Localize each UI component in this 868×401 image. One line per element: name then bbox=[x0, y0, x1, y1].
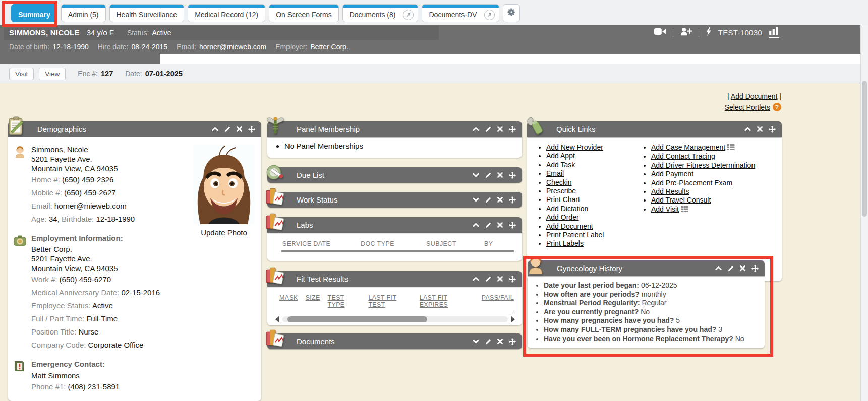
edit-icon[interactable] bbox=[224, 126, 231, 133]
tab-documents[interactable]: Documents (8) bbox=[342, 4, 419, 22]
edit-icon[interactable] bbox=[727, 265, 734, 272]
sort-column-header[interactable]: PASS/FAIL bbox=[482, 294, 514, 308]
collapse-icon[interactable] bbox=[472, 125, 480, 133]
add-payment-link[interactable]: Add Payment bbox=[651, 170, 693, 178]
gyn-item: Menstrual Period Regularity: Regular bbox=[544, 299, 763, 308]
close-icon[interactable] bbox=[497, 172, 503, 178]
add-contact-tracing-link[interactable]: Add Contact Tracing bbox=[651, 152, 715, 160]
close-icon[interactable] bbox=[497, 276, 503, 282]
close-icon[interactable] bbox=[757, 126, 763, 132]
patient-name-link[interactable]: Simmons, Nicole bbox=[31, 145, 88, 154]
move-icon[interactable] bbox=[768, 125, 776, 133]
tab-settings-button[interactable] bbox=[503, 4, 520, 22]
tab-medical-record[interactable]: Medical Record (12) bbox=[188, 4, 265, 22]
popout-icon[interactable] bbox=[403, 10, 414, 20]
column-header: SERVICE DATE bbox=[282, 240, 361, 247]
add-task-link[interactable]: Add Task bbox=[546, 161, 575, 169]
add-appt-link[interactable]: Add Appt bbox=[546, 152, 575, 160]
expand-icon[interactable] bbox=[472, 338, 480, 345]
add-visit-link[interactable]: Add Visit bbox=[651, 205, 679, 213]
close-icon[interactable] bbox=[497, 222, 503, 228]
scroll-right-arrow[interactable] bbox=[511, 316, 515, 323]
collapse-icon[interactable] bbox=[472, 221, 480, 229]
visit-button[interactable]: Visit bbox=[9, 68, 34, 80]
collapse-icon[interactable] bbox=[744, 125, 751, 133]
add-order-link[interactable]: Add Order bbox=[546, 213, 579, 221]
add-case-management-link[interactable]: Add Case Management bbox=[651, 143, 725, 151]
scrollbar-track[interactable] bbox=[282, 316, 508, 322]
portlet-documents: Documents bbox=[267, 333, 522, 349]
edit-icon[interactable] bbox=[485, 126, 492, 133]
email-label: Email: bbox=[177, 43, 196, 51]
move-icon[interactable] bbox=[508, 338, 516, 346]
scrollbar-thumb[interactable] bbox=[287, 316, 427, 322]
move-icon[interactable] bbox=[508, 221, 516, 229]
edit-icon[interactable] bbox=[485, 196, 492, 204]
sort-column-header[interactable]: MASK bbox=[279, 294, 298, 308]
sort-column-header[interactable]: LAST FIT EXPIRES bbox=[420, 294, 474, 308]
medical-anniversary-label: Medical Anniversary Date: bbox=[31, 288, 119, 297]
page-scrollbar-thumb[interactable] bbox=[862, 81, 867, 217]
tab-health-surveillance[interactable]: Health Surveillance bbox=[109, 4, 185, 22]
flowsheet-chart-icon[interactable] bbox=[769, 27, 779, 38]
add-new-provider-link[interactable]: Add New Provider bbox=[546, 143, 603, 151]
view-button[interactable]: View bbox=[39, 68, 66, 80]
collapse-icon[interactable] bbox=[472, 275, 480, 283]
lightning-bolt-icon[interactable] bbox=[706, 27, 712, 38]
move-icon[interactable] bbox=[508, 125, 516, 133]
add-driver-fitness-link[interactable]: Add Driver Fitness Determination bbox=[651, 161, 755, 169]
add-document-link[interactable]: Add Document bbox=[731, 92, 778, 100]
prescribe-link[interactable]: Prescribe bbox=[546, 187, 576, 195]
move-icon[interactable] bbox=[248, 125, 256, 133]
add-dictation-link[interactable]: Add Dictation bbox=[546, 205, 588, 213]
chart-id: TEST-10030 bbox=[718, 28, 762, 37]
tab-documents-dv[interactable]: Documents-DV bbox=[422, 4, 499, 22]
email-link[interactable]: Email bbox=[546, 169, 564, 177]
move-icon[interactable] bbox=[508, 196, 516, 204]
add-results-link[interactable]: Add Results bbox=[651, 187, 689, 195]
collapse-icon[interactable] bbox=[211, 125, 219, 133]
edit-icon[interactable] bbox=[485, 276, 492, 283]
grid-list-icon[interactable] bbox=[727, 144, 735, 152]
tab-on-screen-forms[interactable]: On Screen Forms bbox=[269, 4, 338, 22]
add-travel-consult-link[interactable]: Add Travel Consult bbox=[651, 196, 711, 204]
select-portlets-row: Select Portlets ? bbox=[725, 103, 781, 111]
checkin-link[interactable]: Checkin bbox=[546, 178, 572, 186]
close-icon[interactable] bbox=[739, 265, 746, 272]
expand-icon[interactable] bbox=[472, 171, 480, 179]
collapse-icon[interactable] bbox=[715, 264, 722, 272]
move-icon[interactable] bbox=[508, 171, 516, 179]
move-icon[interactable] bbox=[508, 275, 516, 283]
print-patient-label-link[interactable]: Print Patient Label bbox=[546, 231, 604, 239]
print-labels-link[interactable]: Print Labels bbox=[546, 239, 584, 247]
close-icon[interactable] bbox=[236, 126, 243, 132]
select-portlets-link[interactable]: Select Portlets bbox=[725, 103, 770, 111]
grid-list-icon[interactable] bbox=[681, 206, 688, 214]
tab-documents-label: Documents (8) bbox=[350, 11, 396, 19]
help-icon[interactable]: ? bbox=[773, 103, 781, 111]
tab-admin[interactable]: Admin (5) bbox=[61, 4, 106, 22]
sort-column-header[interactable]: LAST FIT TEST bbox=[368, 294, 412, 308]
print-chart-link[interactable]: Print Chart bbox=[546, 195, 580, 204]
divider bbox=[673, 29, 673, 37]
add-pre-placement-exam-link[interactable]: Add Pre-Placement Exam bbox=[651, 179, 732, 187]
person-add-icon[interactable] bbox=[680, 27, 692, 38]
move-icon[interactable] bbox=[751, 264, 759, 273]
edit-icon[interactable] bbox=[485, 172, 492, 179]
scroll-left-arrow[interactable] bbox=[275, 316, 279, 323]
tab-summary[interactable]: Summary bbox=[11, 4, 57, 22]
page-scrollbar[interactable] bbox=[860, 25, 868, 401]
quick-link: Add Case Management bbox=[651, 143, 779, 152]
close-icon[interactable] bbox=[497, 338, 503, 345]
close-icon[interactable] bbox=[497, 126, 503, 132]
popout-icon[interactable] bbox=[484, 10, 495, 20]
edit-icon[interactable] bbox=[485, 222, 492, 229]
close-icon[interactable] bbox=[497, 196, 503, 203]
expand-icon[interactable] bbox=[472, 196, 480, 204]
sort-column-header[interactable]: SIZE bbox=[306, 294, 320, 308]
no-panel-memberships: No Panel Memberships bbox=[284, 142, 522, 150]
edit-icon[interactable] bbox=[485, 338, 492, 345]
add-document-link[interactable]: Add Document bbox=[546, 222, 593, 230]
sort-column-header[interactable]: TEST TYPE bbox=[328, 294, 361, 308]
video-camera-icon[interactable] bbox=[654, 28, 666, 37]
